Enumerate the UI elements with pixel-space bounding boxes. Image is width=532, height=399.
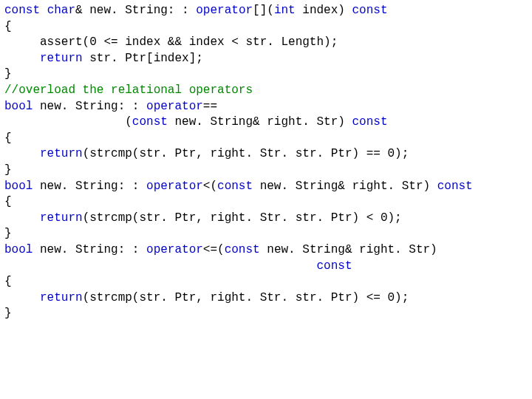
code-line: } <box>4 306 528 322</box>
text-token: str. Ptr[index]; <box>83 52 203 65</box>
code-line: (const new. String& right. Str) const <box>4 115 528 131</box>
keyword-token: const <box>316 259 352 273</box>
keyword-token: char <box>47 4 75 17</box>
code-line: return(strcmp(str. Ptr, right. Str. str.… <box>4 211 528 227</box>
code-line: } <box>4 226 528 242</box>
keyword-token: int <box>274 4 296 17</box>
keyword-token: const <box>132 115 168 129</box>
text-token: new. String: : <box>33 243 146 256</box>
text-token: } <box>4 67 12 81</box>
text-token <box>40 4 47 17</box>
keyword-token: operator <box>146 180 203 193</box>
code-line: const <box>4 259 528 275</box>
text-token: { <box>4 275 12 288</box>
text-token: (strcmp(str. Ptr, right. Str. str. Ptr) … <box>83 291 409 304</box>
text-token: } <box>4 163 12 177</box>
code-line: bool new. String: : operator<(const new.… <box>4 179 528 195</box>
code-line: bool new. String: : operator== <box>4 99 528 115</box>
code-block: const char& new. String: : operator[](in… <box>0 0 532 325</box>
comment-token: //overload the relational operators <box>4 83 253 97</box>
keyword-token: const <box>225 243 260 256</box>
text-token: { <box>4 195 12 208</box>
keyword-token: const <box>352 4 388 17</box>
text-token <box>4 147 40 160</box>
text-token: assert(0 <= index && index < str. Length… <box>4 35 338 49</box>
code-line: //overload the relational operators <box>4 83 528 99</box>
keyword-token: return <box>40 147 83 160</box>
text-token: new. String& right. Str) <box>260 243 437 256</box>
text-token <box>4 291 40 304</box>
text-token: } <box>4 307 12 320</box>
text-token: (strcmp(str. Ptr, right. Str. str. Ptr) … <box>83 211 402 225</box>
text-token <box>4 52 40 65</box>
code-line: return(strcmp(str. Ptr, right. Str. str.… <box>4 290 528 307</box>
text-token: new. String& right. Str) <box>168 115 352 129</box>
code-line: return str. Ptr[index]; <box>4 51 528 67</box>
keyword-token: const <box>437 180 473 193</box>
code-line: { <box>4 131 528 147</box>
text-token: { <box>4 20 12 33</box>
text-token: <( <box>203 180 217 193</box>
code-line: return(strcmp(str. Ptr, right. Str. str.… <box>4 146 528 163</box>
text-token: { <box>4 132 12 145</box>
code-line: } <box>4 163 528 179</box>
keyword-token: operator <box>146 100 203 113</box>
keyword-token: return <box>40 52 83 65</box>
text-token: index) <box>296 4 352 17</box>
code-line: } <box>4 66 528 83</box>
text-token: <=( <box>203 243 225 256</box>
keyword-token: return <box>40 211 83 225</box>
keyword-token: bool <box>4 100 33 113</box>
text-token: new. String& right. Str) <box>253 180 437 193</box>
keyword-token: bool <box>4 180 33 193</box>
text-token: new. String: : <box>33 180 146 193</box>
keyword-token: const <box>4 4 40 17</box>
text-token: (strcmp(str. Ptr, right. Str. str. Ptr) … <box>83 147 409 160</box>
code-line: bool new. String: : operator<=(const new… <box>4 242 528 259</box>
keyword-token: operator <box>196 4 253 17</box>
text-token: ( <box>4 115 132 129</box>
keyword-token: operator <box>146 243 203 256</box>
text-token <box>4 259 316 273</box>
code-line: { <box>4 274 528 290</box>
keyword-token: return <box>40 291 83 304</box>
code-line: assert(0 <= index && index < str. Length… <box>4 35 528 51</box>
text-token: } <box>4 227 12 240</box>
text-token <box>4 211 40 225</box>
code-line: { <box>4 194 528 211</box>
keyword-token: const <box>217 180 253 193</box>
keyword-token: const <box>352 115 387 129</box>
text-token: []( <box>253 4 274 17</box>
code-line: const char& new. String: : operator[](in… <box>4 3 528 19</box>
keyword-token: bool <box>4 243 33 256</box>
text-token: new. String: : <box>33 100 146 113</box>
text-token: & new. String: : <box>75 4 196 17</box>
text-token: == <box>203 100 217 113</box>
code-line: { <box>4 19 528 35</box>
